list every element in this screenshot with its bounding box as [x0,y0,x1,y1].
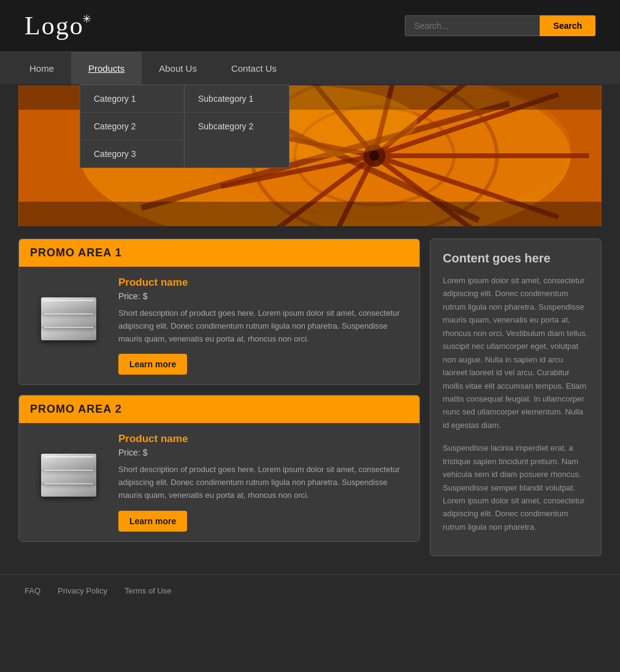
product-2-stack-icon [35,439,102,506]
dropdown-subcategory-2[interactable]: Subcategory 2 [185,113,289,140]
product-2-price: Price: $ [118,448,410,457]
nav-link-about[interactable]: About Us [142,52,214,85]
footer-faq-link[interactable]: FAQ [25,586,40,595]
product-1-name: Product name [118,277,410,289]
dropdown-category-1[interactable]: Category 1 [80,85,184,113]
left-column: PROMO AREA 1 [18,239,420,556]
footer-privacy-link[interactable]: Privacy Policy [58,586,107,595]
product-2-image [29,433,109,513]
product-1-info: Product name Price: $ Short description … [118,277,410,375]
svg-rect-31 [41,454,96,470]
product-1-stack-icon [35,283,102,350]
promo-section-1: PROMO AREA 1 [18,239,420,385]
promo-1-header: PROMO AREA 1 [19,239,419,267]
sidebar-title: Content goes here [443,251,589,265]
sidebar-para-1: Lorem ipsum dolor sit amet, consectetur … [443,274,589,432]
nav-list: Home Products About Us Contact Us [0,52,620,85]
logo: Logo✳ [25,11,84,40]
product-2-name: Product name [118,433,410,445]
dropdown-col-2: Subcategory 1 Subcategory 2 [185,85,289,167]
search-input[interactable] [405,15,540,36]
footer-terms-link[interactable]: Terms of Use [124,586,172,595]
footer: FAQ Privacy Policy Terms of Use [0,575,620,606]
sidebar: Content goes here Lorem ipsum dolor sit … [430,239,602,556]
dropdown-col-1: Category 1 Category 2 Category 3 [80,85,185,167]
promo-2-title: PROMO AREA 2 [30,403,408,416]
sidebar-item-products[interactable]: Products [71,52,142,85]
dropdown-menu: Category 1 Category 2 Category 3 Subcate… [80,85,289,168]
promo-1-learn-more-button[interactable]: Learn more [118,354,187,375]
product-1-price: Price: $ [118,291,410,301]
promo-2-body: Product name Price: $ Short description … [19,423,419,541]
dropdown-category-3[interactable]: Category 3 [80,140,184,167]
product-1-description: Short description of product goes here. … [118,307,410,345]
nav-bar: Home Products About Us Contact Us Catego… [0,52,620,85]
search-area: Search [405,15,595,36]
header: Logo✳ Search [0,0,620,52]
promo-1-title: PROMO AREA 1 [30,246,408,259]
product-2-description: Short description of product goes here. … [118,464,410,502]
promo-2-learn-more-button[interactable]: Learn more [118,511,187,532]
search-button[interactable]: Search [540,15,595,36]
svg-point-17 [370,151,380,161]
main-content: PROMO AREA 1 [0,226,620,568]
logo-star-icon: ✳ [82,12,93,26]
dropdown-subcategory-1[interactable]: Subcategory 1 [185,85,289,113]
promo-1-body: Product name Price: $ Short description … [19,267,419,384]
product-1-image [29,277,109,356]
sidebar-para-2: Suspendisse lacinia imperdiet erat, a tr… [443,441,589,533]
dropdown-category-2[interactable]: Category 2 [80,113,184,140]
sidebar-item-about[interactable]: About Us [142,52,214,85]
nav-link-contact[interactable]: Contact Us [214,52,294,85]
promo-2-header: PROMO AREA 2 [19,395,419,423]
svg-rect-21 [19,202,602,226]
nav-link-home[interactable]: Home [12,52,71,85]
sidebar-item-home[interactable]: Home [12,52,71,85]
promo-section-2: PROMO AREA 2 [18,395,420,541]
sidebar-item-contact[interactable]: Contact Us [214,52,294,85]
nav-link-products[interactable]: Products [71,52,142,85]
svg-rect-25 [41,297,96,313]
product-2-info: Product name Price: $ Short description … [118,433,410,531]
